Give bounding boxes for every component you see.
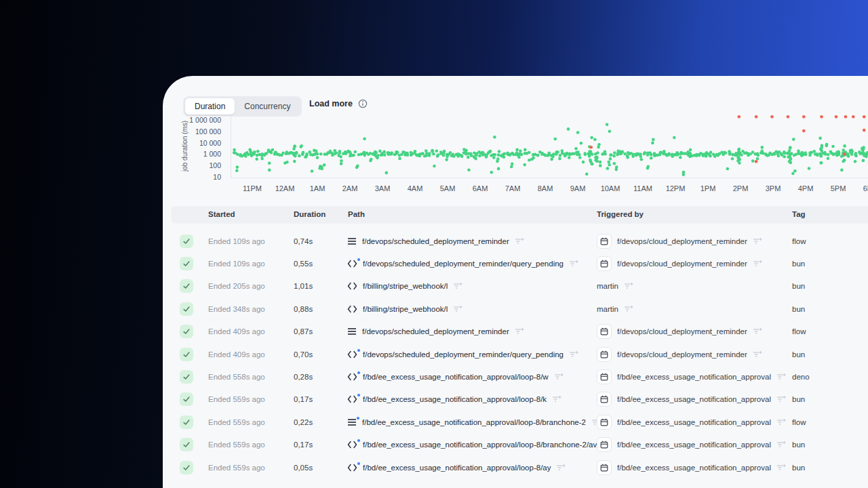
path-cell[interactable]: f/billing/stripe_webhook/l xyxy=(347,305,462,313)
path-dot xyxy=(357,349,360,352)
trigger-text[interactable]: f/devops/cloud_deployment_reminder xyxy=(617,237,747,245)
path-cell[interactable]: f/devops/scheduled_deployment_reminder/q… xyxy=(347,260,578,268)
tab-duration[interactable]: Duration xyxy=(185,98,235,115)
runs-panel: Duration Concurrency Load more job durat… xyxy=(163,76,868,488)
filter-by-trigger-icon[interactable] xyxy=(753,327,762,336)
path-cell[interactable]: f/billing/stripe_webhook/l xyxy=(347,282,462,290)
schedule-calendar-icon xyxy=(597,347,612,362)
tag-cell: bun xyxy=(792,282,805,290)
filter-by-path-icon[interactable] xyxy=(552,395,561,403)
filter-by-path-icon[interactable] xyxy=(556,464,566,472)
load-more-label[interactable]: Load more xyxy=(309,99,353,108)
started-cell: Ended 205s ago xyxy=(208,282,265,290)
tag-cell: flow xyxy=(792,418,806,426)
filter-by-trigger-icon[interactable] xyxy=(776,441,786,449)
trigger-text[interactable]: f/devops/cloud_deployment_reminder xyxy=(617,350,747,359)
path-text[interactable]: f/bd/ee_excess_usage_notification_approv… xyxy=(363,395,547,403)
col-triggered[interactable]: Triggered by xyxy=(597,210,644,218)
table-row[interactable]: Ended 205s ago 1,01s f/billing/stripe_we… xyxy=(163,275,868,298)
path-cell[interactable]: f/bd/ee_excess_usage_notification_approv… xyxy=(347,464,566,472)
path-cell[interactable]: f/bd/ee_excess_usage_notification_approv… xyxy=(347,418,601,426)
trigger-cell[interactable]: f/bd/ee_excess_usage_notification_approv… xyxy=(597,415,786,430)
load-more-control[interactable]: Load more xyxy=(309,99,368,108)
filter-by-path-icon[interactable] xyxy=(515,237,524,245)
duration-cell: 0,74s xyxy=(294,237,313,245)
trigger-cell[interactable]: f/devops/cloud_deployment_reminder xyxy=(597,256,762,271)
path-dot xyxy=(357,394,360,396)
table-row[interactable]: Ended 409s ago 0,70s f/devops/scheduled_… xyxy=(163,343,868,365)
trigger-cell[interactable]: f/devops/cloud_deployment_reminder xyxy=(597,347,762,362)
trigger-text[interactable]: f/devops/cloud_deployment_reminder xyxy=(617,260,747,268)
path-text[interactable]: f/billing/stripe_webhook/l xyxy=(363,305,448,313)
table-row[interactable]: Ended 409s ago 0,87s f/devops/scheduled_… xyxy=(163,321,868,343)
filter-by-trigger-icon[interactable] xyxy=(753,237,762,245)
trigger-cell[interactable]: f/bd/ee_excess_usage_notification_approv… xyxy=(597,437,786,452)
path-text[interactable]: f/devops/scheduled_deployment_reminder/q… xyxy=(363,350,564,359)
trigger-text[interactable]: f/bd/ee_excess_usage_notification_approv… xyxy=(617,395,771,403)
trigger-text[interactable]: martin xyxy=(597,305,618,313)
col-tag[interactable]: Tag xyxy=(792,210,806,218)
trigger-text[interactable]: f/bd/ee_excess_usage_notification_approv… xyxy=(617,418,771,426)
table-row[interactable]: Ended 559s ago 0,17s f/bd/ee_excess_usag… xyxy=(163,434,868,456)
filter-by-path-icon[interactable] xyxy=(569,260,578,268)
filter-by-path-icon[interactable] xyxy=(569,350,578,359)
path-cell[interactable]: f/bd/ee_excess_usage_notification_approv… xyxy=(347,441,612,449)
status-success-badge xyxy=(180,461,193,474)
duration-cell: 0,87s xyxy=(294,327,313,336)
path-dot xyxy=(357,417,359,420)
trigger-cell[interactable]: f/bd/ee_excess_usage_notification_approv… xyxy=(597,392,786,407)
path-text[interactable]: f/bd/ee_excess_usage_notification_approv… xyxy=(363,373,549,381)
table-row[interactable]: Ended 348s ago 0,88s f/billing/stripe_we… xyxy=(163,298,868,320)
path-cell[interactable]: f/devops/scheduled_deployment_reminder xyxy=(347,327,524,336)
path-text[interactable]: f/devops/scheduled_deployment_reminder/q… xyxy=(363,260,564,268)
path-text[interactable]: f/bd/ee_excess_usage_notification_approv… xyxy=(363,441,597,449)
filter-by-trigger-icon[interactable] xyxy=(776,373,786,381)
trigger-text[interactable]: f/bd/ee_excess_usage_notification_approv… xyxy=(617,464,771,472)
path-text[interactable]: f/bd/ee_excess_usage_notification_approv… xyxy=(362,418,586,426)
filter-by-trigger-icon[interactable] xyxy=(776,464,786,472)
path-cell[interactable]: f/devops/scheduled_deployment_reminder xyxy=(347,237,524,245)
duration-cell: 0,88s xyxy=(294,305,313,313)
filter-by-trigger-icon[interactable] xyxy=(624,305,633,313)
col-started[interactable]: Started xyxy=(208,210,235,218)
col-duration[interactable]: Duration xyxy=(294,210,326,218)
table-row[interactable]: Ended 559s ago 0,05s f/bd/ee_excess_usag… xyxy=(163,456,868,479)
table-row[interactable]: Ended 109s ago 0,74s f/devops/scheduled_… xyxy=(163,230,868,252)
trigger-text[interactable]: f/devops/cloud_deployment_reminder xyxy=(617,327,747,336)
filter-by-trigger-icon[interactable] xyxy=(753,260,762,268)
path-cell[interactable]: f/bd/ee_excess_usage_notification_approv… xyxy=(347,395,561,403)
path-text[interactable]: f/devops/scheduled_deployment_reminder xyxy=(362,327,509,336)
trigger-cell[interactable]: f/devops/cloud_deployment_reminder xyxy=(597,324,762,339)
path-text[interactable]: f/bd/ee_excess_usage_notification_approv… xyxy=(363,464,551,472)
trigger-cell[interactable]: martin xyxy=(597,282,633,290)
table-row[interactable]: Ended 559s ago 0,17s f/bd/ee_excess_usag… xyxy=(163,388,868,411)
filter-by-path-icon[interactable] xyxy=(554,373,564,381)
trigger-cell[interactable]: f/bd/ee_excess_usage_notification_approv… xyxy=(597,369,786,384)
filter-by-path-icon[interactable] xyxy=(515,327,524,336)
path-text[interactable]: f/devops/scheduled_deployment_reminder xyxy=(362,237,509,245)
table-row[interactable]: Ended 559s ago 0,22s f/bd/ee_excess_usag… xyxy=(163,411,868,433)
trigger-cell[interactable]: f/bd/ee_excess_usage_notification_approv… xyxy=(597,460,786,475)
runs-table-body: Ended 109s ago 0,74s f/devops/scheduled_… xyxy=(163,230,868,479)
filter-by-path-icon[interactable] xyxy=(453,305,462,313)
filter-by-trigger-icon[interactable] xyxy=(776,395,786,403)
schedule-calendar-icon xyxy=(597,460,612,475)
info-icon[interactable] xyxy=(358,99,368,108)
trigger-cell[interactable]: f/devops/cloud_deployment_reminder xyxy=(597,234,762,249)
col-path[interactable]: Path xyxy=(348,210,365,218)
filter-by-trigger-icon[interactable] xyxy=(753,350,762,359)
trigger-text[interactable]: martin xyxy=(597,282,618,290)
trigger-cell[interactable]: martin xyxy=(597,305,633,313)
trigger-text[interactable]: f/bd/ee_excess_usage_notification_approv… xyxy=(617,441,771,449)
path-text[interactable]: f/billing/stripe_webhook/l xyxy=(363,282,448,290)
table-row[interactable]: Ended 109s ago 0,55s f/devops/scheduled_… xyxy=(163,252,868,274)
tab-concurrency[interactable]: Concurrency xyxy=(235,98,300,115)
filter-by-path-icon[interactable] xyxy=(453,282,462,290)
path-cell[interactable]: f/devops/scheduled_deployment_reminder/q… xyxy=(347,350,578,359)
path-cell[interactable]: f/bd/ee_excess_usage_notification_approv… xyxy=(347,373,564,381)
filter-by-trigger-icon[interactable] xyxy=(776,418,786,426)
filter-by-trigger-icon[interactable] xyxy=(624,282,633,290)
table-row[interactable]: Ended 558s ago 0,28s f/bd/ee_excess_usag… xyxy=(163,365,868,388)
trigger-text[interactable]: f/bd/ee_excess_usage_notification_approv… xyxy=(617,373,771,381)
started-cell: Ended 559s ago xyxy=(208,464,265,472)
